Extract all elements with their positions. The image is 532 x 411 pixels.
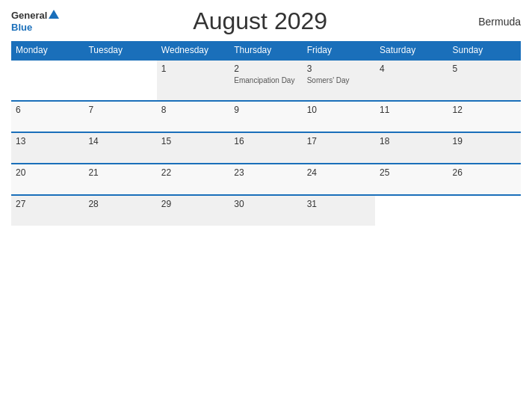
logo: General Blue [11, 10, 59, 33]
calendar-cell [448, 195, 521, 226]
calendar-cell: 9 [229, 101, 302, 132]
country-label: Bermuda [461, 16, 521, 28]
logo-general-text: General [11, 10, 47, 22]
calendar-cell [375, 195, 448, 226]
calendar-cell: 16 [229, 132, 302, 164]
day-number: 25 [380, 167, 443, 178]
calendar-cell: 20 [11, 164, 84, 195]
day-number: 4 [380, 64, 443, 74]
calendar-cell: 29 [157, 195, 229, 226]
calendar-cell: 3Somers' Day [303, 60, 375, 101]
week-row-5: 2728293031 [11, 195, 521, 226]
calendar-cell: 21 [84, 164, 156, 195]
day-number: 17 [307, 136, 371, 146]
calendar-cell: 4 [375, 60, 448, 101]
day-number: 11 [380, 105, 443, 115]
day-number: 31 [307, 199, 371, 209]
day-number: 30 [234, 199, 297, 209]
day-number: 13 [16, 136, 79, 146]
calendar-cell: 1 [157, 60, 229, 101]
calendar-container: General Blue August 2029 Bermuda MondayT… [0, 0, 532, 411]
weekday-header-friday: Friday [303, 41, 375, 60]
calendar-cell: 5 [448, 60, 521, 101]
calendar-cell: 15 [157, 132, 229, 164]
calendar-cell [11, 60, 84, 101]
calendar-cell: 8 [157, 101, 229, 132]
calendar-cell: 24 [303, 164, 375, 195]
day-number: 21 [88, 167, 152, 178]
calendar-cell: 26 [448, 164, 521, 195]
calendar-cell: 13 [11, 132, 84, 164]
day-number: 6 [16, 105, 79, 115]
calendar-cell: 28 [84, 195, 156, 226]
day-number: 26 [453, 167, 516, 178]
day-number: 14 [88, 136, 152, 146]
calendar-body: 12Emancipation Day3Somers' Day4567891011… [11, 60, 521, 226]
calendar-cell: 6 [11, 101, 84, 132]
day-number: 16 [234, 136, 297, 146]
day-number: 20 [16, 167, 79, 178]
header: General Blue August 2029 Bermuda [11, 7, 521, 35]
calendar-table: MondayTuesdayWednesdayThursdayFridaySatu… [11, 41, 521, 226]
day-number: 5 [453, 64, 516, 74]
calendar-cell: 31 [303, 195, 375, 226]
calendar-cell: 18 [375, 132, 448, 164]
day-number: 29 [161, 199, 225, 209]
day-number: 27 [16, 199, 79, 209]
calendar-cell: 25 [375, 164, 448, 195]
weekday-header-sunday: Sunday [448, 41, 521, 60]
day-number: 22 [161, 167, 225, 178]
calendar-cell: 12 [448, 101, 521, 132]
calendar-cell: 2Emancipation Day [229, 60, 302, 101]
day-number: 9 [234, 105, 297, 115]
calendar-cell: 11 [375, 101, 448, 132]
day-number: 15 [161, 136, 225, 146]
logo-blue-text: Blue [11, 22, 32, 34]
week-row-1: 12Emancipation Day3Somers' Day45 [11, 60, 521, 101]
weekday-header-saturday: Saturday [375, 41, 448, 60]
day-number: 19 [453, 136, 516, 146]
week-row-4: 20212223242526 [11, 164, 521, 195]
calendar-cell: 30 [229, 195, 302, 226]
calendar-cell: 22 [157, 164, 229, 195]
day-number: 28 [88, 199, 152, 209]
weekday-header-monday: Monday [11, 41, 84, 60]
day-number: 23 [234, 167, 297, 178]
calendar-cell: 10 [303, 101, 375, 132]
weekday-row: MondayTuesdayWednesdayThursdayFridaySatu… [11, 41, 521, 60]
day-number: 12 [453, 105, 516, 115]
day-number: 2 [234, 64, 297, 74]
calendar-cell: 23 [229, 164, 302, 195]
day-number: 8 [161, 105, 225, 115]
day-number: 18 [380, 136, 443, 146]
calendar-cell: 14 [84, 132, 156, 164]
month-title: August 2029 [59, 7, 461, 35]
logo-triangle-icon [49, 10, 59, 19]
weekday-header-thursday: Thursday [229, 41, 302, 60]
calendar-cell: 19 [448, 132, 521, 164]
calendar-cell [84, 60, 156, 101]
day-number: 7 [88, 105, 152, 115]
calendar-cell: 27 [11, 195, 84, 226]
day-number: 24 [307, 167, 371, 178]
week-row-3: 13141516171819 [11, 132, 521, 164]
holiday-label: Emancipation Day [234, 75, 297, 85]
day-number: 3 [307, 64, 371, 74]
day-number: 10 [307, 105, 371, 115]
calendar-cell: 17 [303, 132, 375, 164]
day-number: 1 [161, 64, 225, 74]
calendar-cell: 7 [84, 101, 156, 132]
weekday-header-wednesday: Wednesday [157, 41, 229, 60]
weekday-header-tuesday: Tuesday [84, 41, 156, 60]
holiday-label: Somers' Day [307, 75, 371, 85]
calendar-header: MondayTuesdayWednesdayThursdayFridaySatu… [11, 41, 521, 60]
week-row-2: 6789101112 [11, 101, 521, 132]
